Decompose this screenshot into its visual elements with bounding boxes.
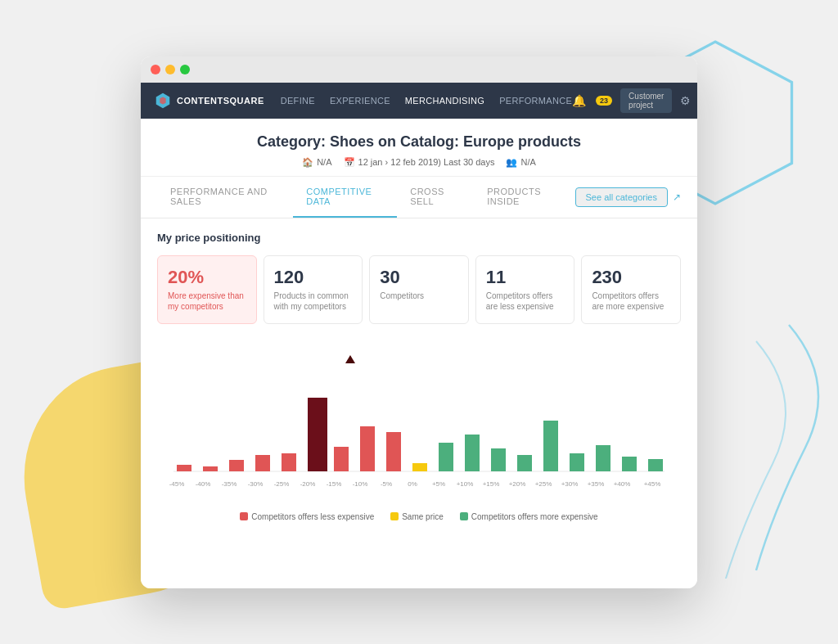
tab-products-inside[interactable]: PRODUCTS INSIDE xyxy=(474,177,574,218)
nav-experience[interactable]: EXPERIENCE xyxy=(330,96,390,106)
kpi-label-2: Competitors xyxy=(380,290,458,301)
date-filter[interactable]: 📅 12 jan › 12 feb 2019) Last 30 days xyxy=(344,157,495,168)
date-range-value: 12 jan › 12 feb 2019) Last 30 days xyxy=(358,157,495,167)
xlabel--5: -5% xyxy=(381,480,392,488)
bar--15 xyxy=(334,447,349,471)
page-title: Category: Shoes on Catalog: Europe produ… xyxy=(157,133,681,151)
legend-same-price: Same price xyxy=(390,512,444,521)
legend-dot-yellow xyxy=(390,512,399,520)
chart-svg: -45% -40% -35% -30% -25% -20% -15% -10% … xyxy=(165,340,673,504)
kpi-label-3: Competitors offers are less expensive xyxy=(486,290,565,312)
users-icon: 👥 xyxy=(506,157,517,168)
tab-cross-sell[interactable]: CROSS SELL xyxy=(397,177,474,218)
browser-window: CONTENTSQUARE DEFINE EXPERIENCE MERCHAND… xyxy=(141,56,697,588)
xlabel-+45: +45% xyxy=(644,480,661,488)
bar--20-darkred xyxy=(308,398,327,471)
price-positioning-section: My price positioning 20% More expensive … xyxy=(141,218,697,534)
legend-more-expensive: Competitors offers more expensive xyxy=(460,512,598,521)
external-link-icon[interactable]: ↗ xyxy=(673,191,681,203)
page-filters: 🏠 N/A 📅 12 jan › 12 feb 2019) Last 30 da… xyxy=(157,157,681,168)
bar--25 xyxy=(282,453,296,471)
kpi-value-1: 120 xyxy=(274,268,353,287)
kpi-card-competitors: 30 Competitors xyxy=(369,255,469,324)
traffic-light-close[interactable] xyxy=(151,65,160,74)
legend-label-1: Same price xyxy=(402,512,444,521)
kpi-card-less-expensive: 11 Competitors offers are less expensive xyxy=(475,255,575,324)
bar--35 xyxy=(229,460,244,471)
settings-icon[interactable]: ⚙ xyxy=(680,94,691,107)
xlabel-+25: +25% xyxy=(535,480,552,488)
traffic-light-minimize[interactable] xyxy=(165,65,175,74)
kpi-label-0: More expensive than my competitors xyxy=(168,290,246,312)
nav-logo: CONTENTSQUARE xyxy=(154,92,264,110)
notification-badge: 23 xyxy=(596,96,612,106)
location-value: N/A xyxy=(317,157,331,167)
xlabel-0: 0% xyxy=(408,480,417,488)
bar-+15 xyxy=(491,448,506,471)
xlabel--15: -15% xyxy=(327,480,342,488)
kpi-cards-row: 20% More expensive than my competitors 1… xyxy=(157,255,681,324)
legend-label-2: Competitors offers more expensive xyxy=(471,512,598,521)
xlabel--35: -35% xyxy=(222,480,237,488)
nav-items: DEFINE EXPERIENCE MERCHANDISING PERFORMA… xyxy=(281,96,572,106)
kpi-value-0: 20% xyxy=(168,268,246,287)
xlabel-+5: +5% xyxy=(432,480,445,488)
nav-right: 🔔 23 Customer project ⚙ 👤 xyxy=(572,88,697,113)
kpi-label-4: Competitors offers are more expensive xyxy=(592,290,670,312)
legend-label-0: Competitors offers less expensive xyxy=(251,512,374,521)
nav-merchandising[interactable]: MERCHANDISING xyxy=(405,96,484,106)
price-distribution-chart: -45% -40% -35% -30% -25% -20% -15% -10% … xyxy=(157,340,681,521)
xlabel--25: -25% xyxy=(274,480,290,488)
browser-titlebar xyxy=(141,56,697,83)
logo-icon xyxy=(154,92,172,110)
users-value: N/A xyxy=(520,157,535,167)
xlabel-+35: +35% xyxy=(588,480,605,488)
notification-bell[interactable]: 🔔 xyxy=(572,94,586,107)
kpi-value-4: 230 xyxy=(592,268,670,287)
xlabel-+15: +15% xyxy=(483,480,500,488)
kpi-label-1: Products in common with my competitors xyxy=(274,290,353,312)
traffic-light-fullscreen[interactable] xyxy=(180,65,190,74)
location-icon: 🏠 xyxy=(302,157,313,168)
page-header: Category: Shoes on Catalog: Europe produ… xyxy=(141,119,697,177)
project-selector[interactable]: Customer project xyxy=(620,88,672,113)
bar--45 xyxy=(177,465,191,471)
nav-performance[interactable]: PERFORMANCE xyxy=(499,96,572,106)
bar-0 xyxy=(412,463,427,471)
bar-+25 xyxy=(543,421,558,471)
logo-text: CONTENTSQUARE xyxy=(177,96,264,106)
legend-dot-green xyxy=(460,512,468,520)
legend-less-expensive: Competitors offers less expensive xyxy=(240,512,374,521)
bar-+40 xyxy=(622,457,637,471)
bar-+5 xyxy=(439,443,453,471)
xlabel-+30: +30% xyxy=(561,480,579,488)
bar--10 xyxy=(360,426,375,471)
nav-define[interactable]: DEFINE xyxy=(281,96,315,106)
kpi-value-3: 11 xyxy=(486,268,565,287)
bar-+20 xyxy=(517,455,532,471)
chart-peak-arrow xyxy=(345,355,355,363)
xlabel--30: -30% xyxy=(248,480,264,488)
xlabel-+40: +40% xyxy=(614,480,631,488)
xlabel--40: -40% xyxy=(196,480,211,488)
xlabel--45: -45% xyxy=(169,480,185,488)
kpi-value-2: 30 xyxy=(380,268,458,287)
users-filter: 👥 N/A xyxy=(506,157,535,168)
bar-+30 xyxy=(570,453,584,471)
section-title: My price positioning xyxy=(157,232,681,244)
legend-dot-red xyxy=(240,512,248,520)
bar-+35 xyxy=(596,445,610,471)
bar-+10 xyxy=(465,435,480,471)
tab-performance-and-sales[interactable]: PERFORMANCE AND SALES xyxy=(157,177,293,218)
kpi-card-more-expensive: 230 Competitors offers are more expensiv… xyxy=(581,255,681,324)
bar-+45 xyxy=(648,459,663,471)
calendar-icon: 📅 xyxy=(344,157,355,168)
tabs-bar: PERFORMANCE AND SALES COMPETITIVE DATA C… xyxy=(141,177,697,218)
content-area: Category: Shoes on Catalog: Europe produ… xyxy=(141,119,697,588)
tab-competitive-data[interactable]: COMPETITIVE DATA xyxy=(293,177,397,218)
see-categories-button[interactable]: See all categories xyxy=(575,187,668,207)
bar--30 xyxy=(255,455,270,471)
xlabel--10: -10% xyxy=(353,480,368,488)
scene: CONTENTSQUARE DEFINE EXPERIENCE MERCHAND… xyxy=(0,0,838,644)
location-filter: 🏠 N/A xyxy=(302,157,331,168)
